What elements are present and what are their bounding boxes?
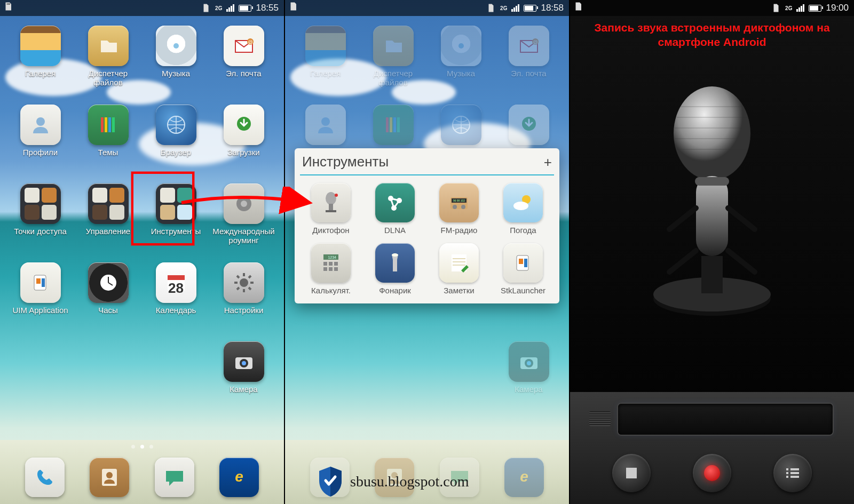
app-camera-icon[interactable]: Камера (215, 341, 273, 394)
app-files-icon[interactable]: Диспетчер файлов (79, 26, 138, 87)
app-email-icon[interactable]: @ Эл. почта (500, 26, 558, 78)
app-label: Управление (86, 227, 130, 236)
app-themes-icon[interactable]: Темы (79, 105, 138, 157)
downloads-icon[interactable] (224, 105, 264, 145)
app-label: Галерея (25, 69, 56, 78)
themes-icon[interactable] (88, 105, 129, 145)
svg-point-0 (173, 43, 179, 49)
email-icon[interactable]: @ (509, 26, 549, 66)
browser-icon[interactable] (441, 105, 481, 145)
management-icon[interactable] (88, 183, 129, 224)
stop-button[interactable] (612, 454, 651, 492)
uim-icon[interactable] (20, 262, 61, 303)
dlna-icon[interactable] (375, 183, 415, 222)
stklauncher-icon[interactable] (503, 243, 543, 283)
folder-grid: Диктофон DLNA 96 98 102 FM-радио Погода … (295, 179, 559, 303)
camera-icon[interactable] (509, 341, 549, 382)
calendar-icon[interactable]: 28 (156, 262, 196, 303)
app-browser-icon[interactable]: Браузер (147, 105, 205, 157)
app-roaming-icon[interactable]: Международный роуминг (215, 183, 273, 245)
svg-rect-8 (112, 117, 115, 132)
folder-app-fmradio-icon[interactable]: 96 98 102 FM-радио (429, 183, 489, 235)
microphone-illustration (648, 85, 776, 320)
status-bar: 2G 19:00 (570, 0, 854, 16)
app-music-icon[interactable]: Музыка (432, 26, 491, 78)
status-bar: 2G 18:58 (285, 0, 569, 16)
contacts-icon[interactable] (90, 458, 129, 497)
clock-icon[interactable] (88, 262, 129, 303)
watermark: sbusu.blogspot.com (317, 466, 469, 498)
files-icon[interactable] (88, 26, 129, 66)
page-indicator (0, 445, 284, 449)
fmradio-icon[interactable]: 96 98 102 (439, 183, 479, 222)
email-icon[interactable]: @ (224, 26, 264, 66)
app-calendar-icon[interactable]: 28 Календарь (147, 262, 205, 315)
dock: e (0, 451, 284, 504)
roaming-icon[interactable] (224, 183, 264, 224)
camera-icon[interactable] (224, 341, 264, 382)
internet-icon[interactable]: e (219, 458, 259, 497)
app-files-icon[interactable]: Диспетчер файлов (364, 26, 423, 87)
app-camera-icon[interactable]: Камера (500, 341, 558, 394)
music-icon[interactable] (156, 26, 196, 66)
recorder-icon[interactable] (311, 183, 351, 222)
folder-add-button[interactable]: + (544, 155, 552, 169)
svg-rect-90 (696, 176, 728, 256)
svg-rect-41 (393, 117, 396, 132)
gallery-icon[interactable] (305, 26, 346, 66)
app-music-icon[interactable]: Музыка (147, 26, 205, 78)
svg-rect-71 (334, 267, 338, 271)
network-type: 2G (215, 5, 222, 11)
folder-title[interactable]: Инструменты (302, 154, 389, 170)
app-uim-icon[interactable]: UIM Application (11, 262, 70, 315)
themes-icon[interactable] (373, 105, 414, 145)
folder-app-weather-icon[interactable]: Погода (493, 183, 553, 235)
sim-icon (771, 3, 781, 13)
sim-icon (486, 3, 496, 13)
app-gallery-icon[interactable]: Галерея (296, 26, 355, 78)
app-clock-icon[interactable]: Часы (79, 262, 138, 315)
screen-2-folder-open: 2G 18:58 Галерея Диспетчер файлов Музыка… (285, 0, 570, 504)
weather-icon[interactable] (503, 183, 543, 222)
hotspot-icon[interactable] (20, 183, 61, 224)
phone-icon[interactable] (25, 458, 65, 497)
folder-app-stklauncher-icon[interactable]: StkLauncher (493, 243, 553, 295)
app-label: Загрузки (227, 148, 259, 157)
profiles-icon[interactable] (20, 105, 61, 145)
svg-point-34 (458, 43, 464, 49)
app-settings-icon[interactable]: Настройки (215, 262, 273, 315)
app-label: Диспетчер файлов (79, 69, 138, 87)
folder-app-recorder-icon[interactable]: Диктофон (301, 183, 361, 235)
folder-app-flashlight-icon[interactable]: Фонарик (365, 243, 425, 295)
profiles-icon[interactable] (305, 105, 346, 145)
downloads-icon[interactable] (509, 105, 549, 145)
flashlight-icon[interactable] (375, 243, 415, 283)
recordings-list-button[interactable] (773, 454, 812, 492)
app-email-icon[interactable]: @ Эл. почта (215, 26, 273, 78)
svg-rect-67 (329, 262, 333, 266)
svg-point-61 (461, 205, 465, 209)
music-icon[interactable] (441, 26, 481, 66)
files-icon[interactable] (373, 26, 414, 66)
app-label: Диктофон (312, 226, 349, 235)
folder-app-dlna-icon[interactable]: DLNA (365, 183, 425, 235)
svg-text:@: @ (533, 39, 537, 45)
gallery-icon[interactable] (20, 26, 61, 66)
messages-icon[interactable] (155, 458, 194, 497)
record-button[interactable] (693, 454, 731, 492)
app-profiles-icon[interactable]: Профили (11, 105, 70, 157)
svg-point-32 (106, 472, 113, 478)
svg-point-72 (392, 253, 398, 257)
app-hotspot-icon[interactable]: Точки доступа (11, 183, 70, 236)
calculator-icon[interactable]: 1234 (311, 243, 351, 283)
app-gallery-icon[interactable]: Галерея (11, 26, 70, 78)
folder-app-notes-icon[interactable]: Заметки (429, 243, 489, 295)
folder-app-calculator-icon[interactable]: 1234 Калькулят. (301, 243, 361, 295)
sim-icon (201, 3, 211, 13)
notes-icon[interactable] (439, 243, 479, 283)
svg-rect-52 (326, 210, 336, 212)
settings-icon[interactable] (224, 262, 264, 303)
browser-icon[interactable] (156, 105, 196, 145)
app-downloads-icon[interactable]: Загрузки (215, 105, 273, 157)
app-management-icon[interactable]: Управление (79, 183, 138, 236)
